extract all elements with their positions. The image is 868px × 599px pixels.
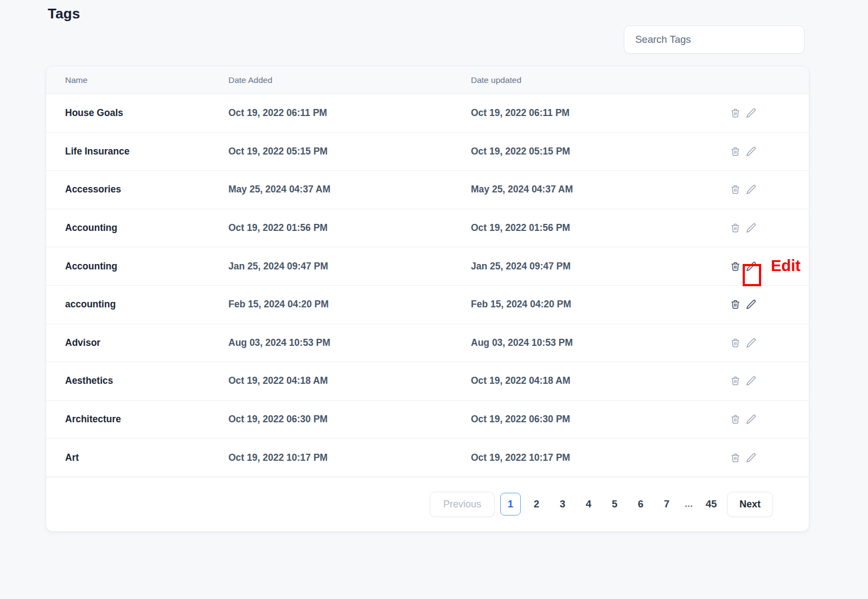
tags-table-card: Name Date Added Date updated House Goals… xyxy=(46,66,809,531)
page-title: Tags xyxy=(48,5,80,22)
tag-name-cell: Aesthetics xyxy=(46,375,228,387)
table-header-row: Name Date Added Date updated xyxy=(46,66,809,94)
date-added-cell: Aug 03, 2024 10:53 PM xyxy=(228,337,471,349)
pencil-icon xyxy=(745,452,757,463)
trash-icon xyxy=(730,375,741,387)
trash-icon xyxy=(730,299,741,310)
delete-tag-button[interactable] xyxy=(730,146,741,157)
column-header-name: Name xyxy=(46,75,228,85)
edit-tag-button[interactable] xyxy=(745,452,757,463)
trash-icon xyxy=(730,414,741,425)
tag-name-cell: Advisor xyxy=(46,337,228,349)
edit-tag-button[interactable] xyxy=(745,337,757,349)
pencil-icon xyxy=(745,146,757,157)
table-row-highlighted: Accounting Jan 25, 2024 09:47 PM Jan 25,… xyxy=(46,247,809,286)
table-row: Accounting Oct 19, 2022 01:56 PM Oct 19,… xyxy=(46,209,809,248)
date-added-cell: Feb 15, 2024 04:20 PM xyxy=(228,299,471,310)
page-button-45[interactable]: 45 xyxy=(701,493,722,516)
edit-tag-button[interactable] xyxy=(745,414,757,425)
tag-name-cell: Accounting xyxy=(46,222,228,234)
table-row: Advisor Aug 03, 2024 10:53 PM Aug 03, 20… xyxy=(46,324,809,363)
trash-icon xyxy=(730,222,741,234)
tag-name-cell: accounting xyxy=(46,299,228,310)
pagination-bar: Previous 1 2 3 4 5 6 7 … 45 Next xyxy=(46,477,809,531)
next-page-button[interactable]: Next xyxy=(727,492,773,517)
table-row: Architecture Oct 19, 2022 06:30 PM Oct 1… xyxy=(46,401,809,439)
pencil-icon xyxy=(745,222,757,234)
date-added-cell: Oct 19, 2022 05:15 PM xyxy=(228,146,471,157)
page-button-2[interactable]: 2 xyxy=(526,493,547,516)
tag-name-cell: Architecture xyxy=(46,414,228,425)
page-button-7[interactable]: 7 xyxy=(656,493,677,516)
date-updated-cell: Oct 19, 2022 10:17 PM xyxy=(471,452,716,463)
delete-tag-button[interactable] xyxy=(730,184,741,195)
edit-tag-button[interactable] xyxy=(745,375,757,387)
tag-name-cell: Accounting xyxy=(46,261,228,272)
edit-tag-button[interactable] xyxy=(745,107,757,119)
table-row: Aesthetics Oct 19, 2022 04:18 AM Oct 19,… xyxy=(46,362,809,401)
date-updated-cell: Aug 03, 2024 10:53 PM xyxy=(471,337,716,349)
pencil-icon xyxy=(745,107,757,119)
page-button-1[interactable]: 1 xyxy=(500,493,521,516)
table-row: Art Oct 19, 2022 10:17 PM Oct 19, 2022 1… xyxy=(46,439,809,477)
trash-icon xyxy=(730,184,741,195)
edit-tag-button[interactable] xyxy=(745,299,757,310)
table-row: Life Insurance Oct 19, 2022 05:15 PM Oct… xyxy=(46,133,809,171)
delete-tag-button[interactable] xyxy=(730,337,741,349)
date-added-cell: Oct 19, 2022 04:18 AM xyxy=(228,375,471,387)
date-updated-cell: Feb 15, 2024 04:20 PM xyxy=(471,299,716,310)
trash-icon xyxy=(730,337,741,349)
date-updated-cell: May 25, 2024 04:37 AM xyxy=(471,184,716,195)
tag-name-cell: Accessories xyxy=(46,184,228,195)
date-added-cell: May 25, 2024 04:37 AM xyxy=(228,184,471,195)
date-updated-cell: Oct 19, 2022 06:30 PM xyxy=(471,414,716,425)
table-row: accounting Feb 15, 2024 04:20 PM Feb 15,… xyxy=(46,286,809,324)
page-button-3[interactable]: 3 xyxy=(552,493,573,516)
trash-icon xyxy=(730,146,741,157)
tag-name-cell: Art xyxy=(46,452,228,463)
date-added-cell: Jan 25, 2024 09:47 PM xyxy=(228,261,471,272)
pagination-ellipsis: … xyxy=(682,499,695,509)
tag-name-cell: Life Insurance xyxy=(46,146,228,157)
date-added-cell: Oct 19, 2022 01:56 PM xyxy=(228,222,471,234)
pencil-icon xyxy=(745,184,757,195)
delete-tag-button[interactable] xyxy=(730,414,741,425)
previous-page-button[interactable]: Previous xyxy=(430,492,495,517)
pencil-icon xyxy=(745,414,757,425)
date-updated-cell: Oct 19, 2022 01:56 PM xyxy=(471,222,716,234)
edit-tag-button[interactable] xyxy=(745,146,757,157)
table-row: House Goals Oct 19, 2022 06:11 PM Oct 19… xyxy=(46,94,809,133)
date-updated-cell: Oct 19, 2022 05:15 PM xyxy=(471,146,716,157)
delete-tag-button[interactable] xyxy=(730,299,741,310)
date-added-cell: Oct 19, 2022 06:11 PM xyxy=(228,107,471,119)
date-added-cell: Oct 19, 2022 10:17 PM xyxy=(228,452,471,463)
pencil-icon xyxy=(745,261,757,272)
date-updated-cell: Oct 19, 2022 06:11 PM xyxy=(471,107,716,119)
search-input[interactable] xyxy=(624,25,805,54)
pencil-icon xyxy=(745,299,757,310)
date-added-cell: Oct 19, 2022 06:30 PM xyxy=(228,414,471,425)
page-button-6[interactable]: 6 xyxy=(630,493,651,516)
column-header-date-updated: Date updated xyxy=(471,75,716,85)
edit-tag-button-highlighted[interactable] xyxy=(745,261,757,272)
page-button-4[interactable]: 4 xyxy=(578,493,599,516)
pencil-icon xyxy=(745,337,757,349)
column-header-date-added: Date Added xyxy=(228,75,471,85)
date-updated-cell: Jan 25, 2024 09:47 PM xyxy=(471,261,716,272)
page-button-5[interactable]: 5 xyxy=(604,493,625,516)
tag-name-cell: House Goals xyxy=(46,107,228,119)
delete-tag-button[interactable] xyxy=(730,452,741,463)
trash-icon xyxy=(730,261,741,272)
delete-tag-button[interactable] xyxy=(730,375,741,387)
pencil-icon xyxy=(745,375,757,387)
delete-tag-button[interactable] xyxy=(730,222,741,234)
trash-icon xyxy=(730,107,741,119)
edit-tag-button[interactable] xyxy=(745,222,757,234)
date-updated-cell: Oct 19, 2022 04:18 AM xyxy=(471,375,716,387)
delete-tag-button[interactable] xyxy=(730,107,741,119)
trash-icon xyxy=(730,452,741,463)
table-row: Accessories May 25, 2024 04:37 AM May 25… xyxy=(46,171,809,209)
edit-tag-button[interactable] xyxy=(745,184,757,195)
delete-tag-button[interactable] xyxy=(730,261,741,272)
